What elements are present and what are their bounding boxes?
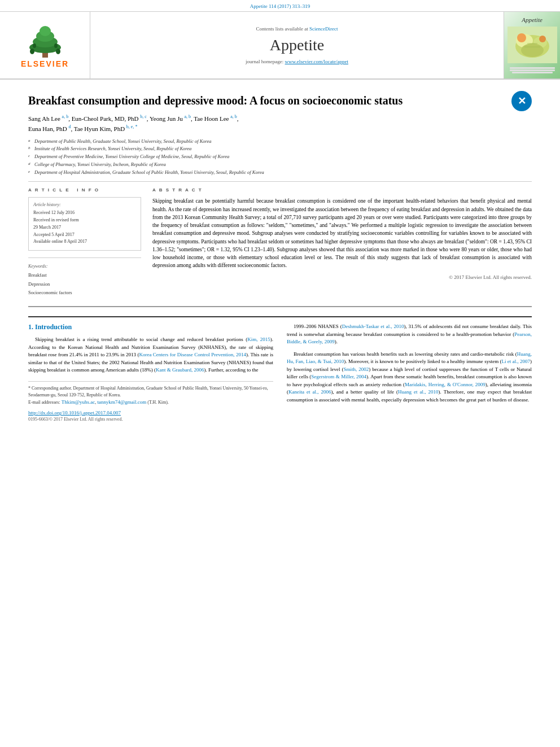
intro-section-title: 1. Introduction [28,323,273,331]
sciencedirect-link[interactable]: ScienceDirect [309,26,338,32]
accepted-date: Accepted 5 April 2017 [33,231,136,239]
affiliation-e: e Department of Hospital Administration,… [28,169,532,176]
abstract-body: Skipping breakfast can be potentially ha… [152,197,532,269]
article-history-box: Article history: Received 12 July 2016 R… [28,197,141,251]
keyword-depression: Depression [28,280,141,289]
intro-left-col: 1. Introduction Skipping breakfast is a … [28,323,273,422]
ref-smith-2002[interactable]: Smith, 2002 [344,366,369,372]
available-online-date: Available online 8 April 2017 [33,238,136,246]
abstract-col: A B S T R A C T Skipping breakfast can b… [152,187,532,297]
footer-rights: 0195-6663/© 2017 Elsevier Ltd. All right… [28,417,273,422]
main-content: Breakfast consumption and depressive moo… [0,80,560,431]
ref-korea-2014[interactable]: Korea Centers for Disease Control Preven… [139,352,246,357]
keywords-label: Keywords: [28,264,141,269]
svg-point-18 [517,33,526,42]
ref-segerstrom-2004[interactable]: Segerstrom & Miller, 2004 [311,374,366,379]
keyword-socioeconomic: Socioeconomic factors [28,289,141,297]
crossmark-icon: ✕ [518,95,526,107]
divider-2 [28,306,532,307]
corresponding-author-note: * Corresponding author. Department of Ho… [28,385,273,399]
revised-date: 29 March 2017 [33,224,136,231]
email-note: E-mail addresses: Thkim@yuhs.ac, tannykm… [28,399,273,407]
journal-homepage-link[interactable]: www.elsevier.com/locate/appet [285,59,348,64]
abstract-heading: A B S T R A C T [152,187,532,193]
article-info-col: A R T I C L E I N F O Article history: R… [28,187,141,297]
journal-title: Appetite [270,36,324,54]
svg-point-6 [30,49,34,54]
intro-right-body: 1999–2006 NHANES (Deshmukh-Taskar et al.… [287,323,532,404]
keywords-list: Breakfast Depression Socioeconomic facto… [28,271,141,297]
intro-para-1: Skipping breakfast is a rising trend att… [28,336,273,374]
affiliation-a: a Department of Public Health, Graduate … [28,138,532,145]
intro-right-col: 1999–2006 NHANES (Deshmukh-Taskar et al.… [287,323,532,422]
ref-huang-2010b[interactable]: Huang et al., 2010 [398,389,439,395]
ref-kant-graubard-2006[interactable]: Kant & Graubard, 2006 [156,367,204,373]
email-link-2[interactable]: tannykm74@gmail.com [97,399,146,405]
received-revised-label: Received in revised form [33,217,136,224]
received-date: Received 12 July 2016 [33,209,136,217]
divider-keywords [28,257,141,258]
article-info-heading: A R T I C L E I N F O [28,187,141,193]
article-title: Breakfast consumption and depressive moo… [28,93,403,108]
thumb-text-lines [508,67,557,73]
ref-pearson-2009[interactable]: Pearson, Biddle, & Gorely, 2009 [287,331,532,345]
affiliation-c: c Department of Preventive Medicine, Yon… [28,153,532,160]
journal-citation-header: Appetite 114 (2017) 313–319 [0,0,560,12]
introduction-section: 1. Introduction Skipping breakfast is a … [28,316,532,422]
title-row: Breakfast consumption and depressive moo… [28,89,532,113]
affiliation-d: d College of Pharmacy, Yonsei University… [28,161,532,168]
contents-available-line: Contents lists available at ScienceDirec… [256,26,338,32]
crossmark-badge[interactable]: ✕ [511,91,532,111]
article-dates: Received 12 July 2016 Received in revise… [33,209,136,246]
intro-para-3: Breakfast consumption has various health… [287,351,532,404]
copyright-line: © 2017 Elsevier Ltd. All rights reserved… [152,274,532,280]
ref-kim-2015[interactable]: Kim, 2015 [247,337,270,342]
thumb-journal-title: Appetite [522,16,542,23]
intro-left-body: Skipping breakfast is a rising trend att… [28,336,273,374]
svg-point-8 [56,49,60,54]
intro-two-col: 1. Introduction Skipping breakfast is a … [28,323,532,422]
elsevier-wordmark: ELSEVIER [21,59,69,68]
svg-point-10 [33,43,36,48]
ref-kaneita-2006[interactable]: Kaneita et al., 2006 [288,389,331,395]
ref-huang-2010[interactable]: Huang, Hu, Fan, Liao, & Tsai, 2010 [287,351,532,365]
ref-li-2007[interactable]: Li et al., 2007 [502,359,530,364]
svg-point-12 [54,43,58,48]
journal-homepage-line: journal homepage: www.elsevier.com/locat… [246,59,348,64]
doi-link[interactable]: http://dx.doi.org/10.1016/j.appet.2017.0… [28,410,121,416]
journal-cover-thumbnail: Appetite [504,12,560,78]
ref-deshmukh-2010[interactable]: Deshmukh-Taskar et al., 2010 [342,324,404,329]
article-info-abstract-section: A R T I C L E I N F O Article history: R… [28,187,532,297]
authors-line: Sang Ah Lee a, b, Eun-Cheol Park, MD, Ph… [28,113,532,134]
svg-point-4 [40,26,51,36]
email-link-1[interactable]: Thkim@yuhs.ac [62,399,95,405]
journal-cover-image [508,27,557,63]
elsevier-tree-icon [20,23,71,59]
elsevier-logo: ELSEVIER [0,12,90,78]
doi-line: http://dx.doi.org/10.1016/j.appet.2017.0… [28,409,273,416]
divider-1 [28,181,532,182]
intro-para-2: 1999–2006 NHANES (Deshmukh-Taskar et al.… [287,323,532,346]
keyword-breakfast: Breakfast [28,271,141,279]
svg-point-19 [539,36,546,42]
journal-center-info: Contents lists available at ScienceDirec… [90,12,504,78]
affiliations: a Department of Public Health, Graduate … [28,138,532,176]
svg-point-17 [521,43,544,57]
article-history-label: Article history: [33,202,136,207]
journal-citation-text: Appetite 114 (2017) 313–319 [250,3,310,9]
ref-maridakis-2009[interactable]: Maridakis, Herring, & O'Connor, 2009 [405,382,485,387]
journal-banner: ELSEVIER Contents lists available at Sci… [0,12,560,80]
footnote-area: * Corresponding author. Department of Ho… [28,381,273,422]
affiliation-b: b Institute of Health Services Research,… [28,145,532,152]
